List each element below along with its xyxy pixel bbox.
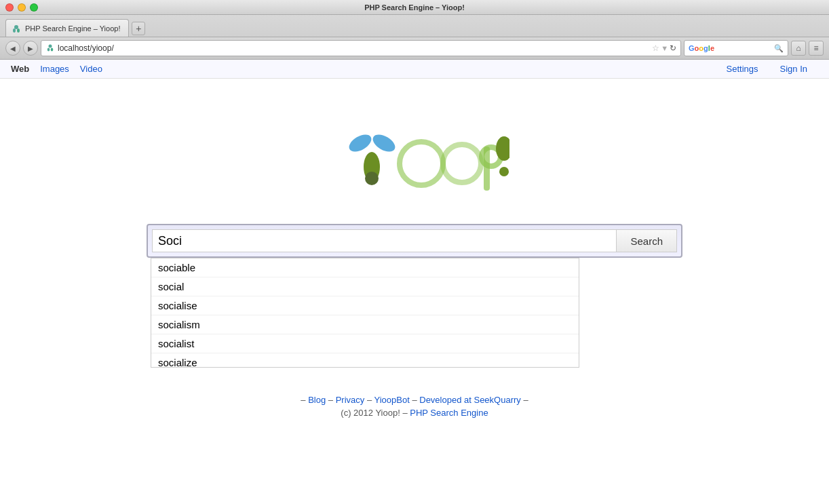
footer-yioop-bot-link[interactable]: YioopBot <box>374 395 410 405</box>
yioop-logo: oop! <box>320 119 509 201</box>
svg-point-6 <box>346 131 374 155</box>
search-area: Search sociable social socialise sociali… <box>147 224 682 368</box>
footer-links-line: – Blog – Privacy – YioopBot – Developed … <box>301 395 528 405</box>
svg-point-4 <box>47 48 50 52</box>
footer-dash-1: – <box>301 395 308 405</box>
autocomplete-item-1[interactable]: social <box>151 277 579 296</box>
site-icon <box>45 43 55 54</box>
footer-dash-5: – <box>523 395 528 405</box>
nav-video[interactable]: Video <box>80 64 102 74</box>
address-text: localhost/yioop/ <box>58 43 649 53</box>
svg-point-9 <box>365 172 379 185</box>
os-titlebar: PHP Search Engine – Yioop! <box>0 0 829 15</box>
svg-point-5 <box>51 48 54 52</box>
autocomplete-list: sociable social socialise socialism soci… <box>151 258 579 367</box>
tab-favicon <box>12 24 21 33</box>
footer-blog-link[interactable]: Blog <box>308 395 326 405</box>
tab-bar: PHP Search Engine – Yioop! + <box>0 15 829 37</box>
footer-copyright-line: (c) 2012 Yioop! – PHP Search Engine <box>301 408 528 418</box>
address-actions: ☆ ▼ ↻ <box>652 43 676 53</box>
footer-privacy-link[interactable]: Privacy <box>336 395 365 405</box>
search-input[interactable] <box>152 229 617 252</box>
footer-dash-4: – <box>412 395 419 405</box>
nav-signin[interactable]: Sign In <box>780 64 807 74</box>
bookmark-icon[interactable]: ☆ <box>652 43 659 53</box>
nav-bar: Web Images Video Settings Sign In <box>0 60 829 79</box>
footer-php-link[interactable]: PHP Search Engine <box>410 408 488 418</box>
footer: – Blog – Privacy – YioopBot – Developed … <box>301 395 528 421</box>
footer-dash-3: – <box>367 395 374 405</box>
refresh-button[interactable]: ↻ <box>670 43 676 53</box>
autocomplete-item-2[interactable]: socialise <box>151 296 579 315</box>
svg-point-15 <box>499 167 509 176</box>
close-button[interactable] <box>5 3 14 12</box>
browser-menu-button[interactable]: ≡ <box>809 41 824 56</box>
new-tab-button[interactable]: + <box>132 22 145 35</box>
autocomplete-item-3[interactable]: socialism <box>151 315 579 334</box>
autocomplete-item-5[interactable]: socialize <box>151 353 579 367</box>
minimize-button[interactable] <box>18 3 26 12</box>
active-tab[interactable]: PHP Search Engine – Yioop! <box>5 19 129 37</box>
google-search-field[interactable]: Google 🔍 <box>684 40 788 56</box>
nav-right: Settings Sign In <box>727 64 818 74</box>
autocomplete-item-0[interactable]: sociable <box>151 258 579 277</box>
main-content: oop! Search sociable social socialise so… <box>0 79 829 421</box>
footer-dash-2: – <box>328 395 336 405</box>
google-search-button[interactable]: 🔍 <box>774 44 784 53</box>
nav-images[interactable]: Images <box>40 64 69 74</box>
nav-settings[interactable]: Settings <box>727 64 758 74</box>
address-field[interactable]: localhost/yioop/ ☆ ▼ ↻ <box>41 40 681 56</box>
dropdown-icon[interactable]: ▼ <box>661 44 668 52</box>
svg-point-1 <box>13 28 16 33</box>
svg-point-0 <box>14 25 18 29</box>
google-search-input[interactable] <box>717 43 771 53</box>
tab-label: PHP Search Engine – Yioop! <box>25 24 120 33</box>
search-box-wrapper: Search <box>147 224 682 258</box>
svg-point-3 <box>49 45 52 48</box>
forward-button[interactable]: ▶ <box>23 41 38 56</box>
nav-web[interactable]: Web <box>11 64 29 74</box>
search-button[interactable]: Search <box>617 229 677 252</box>
autocomplete-dropdown: sociable social socialise socialism soci… <box>151 258 579 368</box>
favicon-icon <box>45 43 55 52</box>
svg-point-2 <box>17 28 20 33</box>
footer-seekquarry-link[interactable]: Developed at SeekQuarry <box>419 395 521 405</box>
autocomplete-item-4[interactable]: socialist <box>151 334 579 353</box>
traffic-lights <box>5 3 38 12</box>
logo-container: oop! <box>320 119 509 203</box>
google-logo: Google <box>689 44 714 52</box>
home-button[interactable]: ⌂ <box>791 41 806 56</box>
window-title: PHP Search Engine – Yioop! <box>364 3 465 12</box>
browser-chrome: PHP Search Engine – Yioop! + ◀ ▶ localho… <box>0 15 829 60</box>
address-bar-row: ◀ ▶ localhost/yioop/ ☆ ▼ ↻ Google <box>0 37 829 59</box>
back-button[interactable]: ◀ <box>5 41 20 56</box>
footer-copyright-text: (c) 2012 Yioop! – <box>341 408 410 418</box>
maximize-button[interactable] <box>30 3 38 12</box>
